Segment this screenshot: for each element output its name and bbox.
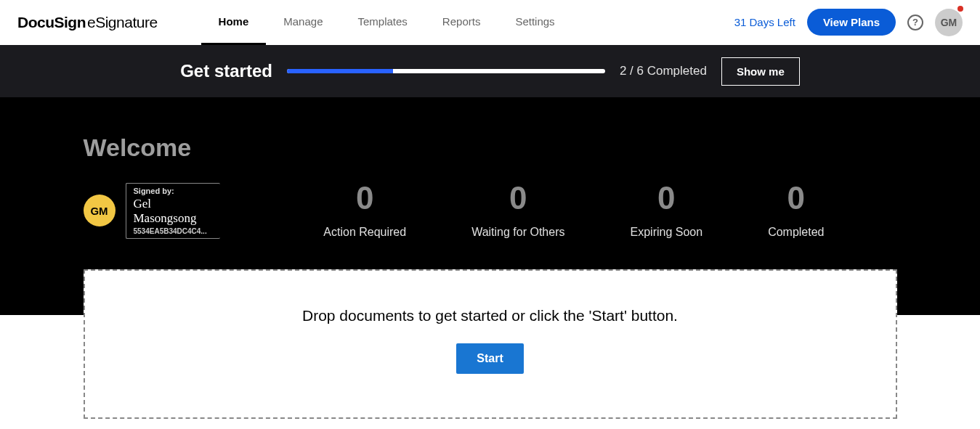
progress-track bbox=[287, 69, 605, 73]
signature-box: Signed by: Gel Masongsong 5534EA5B34DC4C… bbox=[126, 183, 220, 239]
app-header: DocuSigneSignature Home Manage Templates… bbox=[0, 0, 980, 45]
signature-name: Gel Masongsong bbox=[134, 197, 213, 226]
get-started-title: Get started bbox=[180, 61, 272, 81]
nav-manage[interactable]: Manage bbox=[266, 0, 340, 45]
progress-fill bbox=[287, 69, 393, 73]
stat-label: Expiring Soon bbox=[631, 226, 703, 239]
nav-home[interactable]: Home bbox=[201, 0, 267, 45]
signature-block[interactable]: GM Signed by: Gel Masongsong 5534EA5B34D… bbox=[84, 183, 220, 239]
logo[interactable]: DocuSigneSignature bbox=[17, 14, 158, 31]
stat-label: Waiting for Others bbox=[471, 226, 564, 239]
header-right: 31 Days Left View Plans ? GM bbox=[734, 9, 963, 36]
view-plans-button[interactable]: View Plans bbox=[807, 9, 896, 36]
get-started-bar: Get started 2 / 6 Completed Show me bbox=[0, 45, 980, 97]
signature-hash: 5534EA5B34DC4C4... bbox=[134, 227, 213, 235]
drop-text: Drop documents to get started or click t… bbox=[100, 307, 881, 324]
notification-dot-icon bbox=[957, 6, 963, 12]
nav-templates[interactable]: Templates bbox=[340, 0, 424, 45]
stat-completed[interactable]: 0 Completed bbox=[768, 182, 824, 239]
stat-label: Action Required bbox=[323, 226, 406, 239]
user-avatar[interactable]: GM bbox=[935, 9, 963, 36]
start-button[interactable]: Start bbox=[456, 343, 523, 374]
main-nav: Home Manage Templates Reports Settings bbox=[201, 0, 572, 45]
signed-by-label: Signed by: bbox=[134, 187, 213, 195]
stat-label: Completed bbox=[768, 226, 824, 239]
stat-waiting[interactable]: 0 Waiting for Others bbox=[471, 182, 564, 239]
signature-avatar: GM bbox=[84, 195, 116, 226]
logo-thin: eSignature bbox=[87, 14, 158, 30]
main-area: Welcome GM Signed by: Gel Masongsong 553… bbox=[0, 97, 980, 419]
progress-count: 2 / 6 Completed bbox=[620, 64, 707, 78]
stat-value: 0 bbox=[768, 182, 824, 214]
avatar-wrap: GM bbox=[935, 9, 963, 36]
stat-action-required[interactable]: 0 Action Required bbox=[323, 182, 406, 239]
drop-zone[interactable]: Drop documents to get started or click t… bbox=[84, 269, 897, 419]
stat-expiring[interactable]: 0 Expiring Soon bbox=[631, 182, 703, 239]
welcome-row: GM Signed by: Gel Masongsong 5534EA5B34D… bbox=[84, 182, 897, 239]
stat-value: 0 bbox=[631, 182, 703, 214]
logo-bold: DocuSign bbox=[17, 14, 86, 30]
stats-row: 0 Action Required 0 Waiting for Others 0… bbox=[323, 182, 896, 239]
nav-reports[interactable]: Reports bbox=[425, 0, 498, 45]
help-icon[interactable]: ? bbox=[907, 15, 923, 30]
welcome-title: Welcome bbox=[84, 134, 897, 162]
stat-value: 0 bbox=[471, 182, 564, 214]
nav-settings[interactable]: Settings bbox=[498, 0, 572, 45]
days-left-text[interactable]: 31 Days Left bbox=[734, 16, 795, 28]
stat-value: 0 bbox=[323, 182, 406, 214]
show-me-button[interactable]: Show me bbox=[721, 57, 800, 86]
